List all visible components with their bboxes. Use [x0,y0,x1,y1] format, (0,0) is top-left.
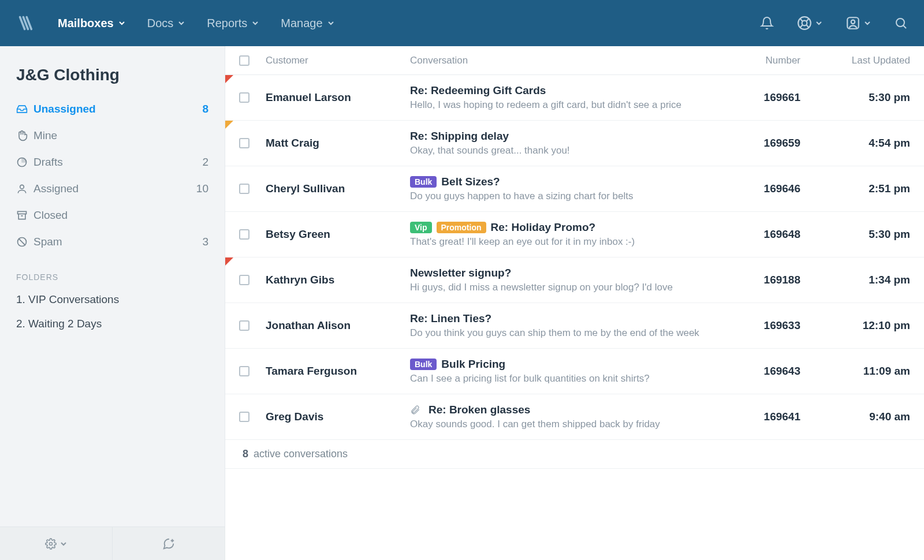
row-checkbox[interactable] [239,229,249,240]
sidebar-footer [0,527,225,560]
tag-vip: Vip [410,222,432,233]
mailbox-title: J&G Clothing [0,46,225,96]
app-logo[interactable] [16,13,36,33]
customer-name: Greg Davis [266,410,410,423]
conversation-number: 169643 [731,365,818,378]
sidebar-item-count: 8 [202,103,208,115]
svg-point-6 [20,185,24,189]
sidebar: J&G Clothing Unassigned8MineDrafts2Assig… [0,46,225,560]
person-icon [16,183,33,195]
nav-manage[interactable]: Manage [281,17,334,30]
customer-name: Kathryn Gibs [266,274,410,286]
sidebar-item-count: 10 [196,182,208,195]
row-checkbox[interactable] [239,412,249,422]
conversation-row[interactable]: Tamara Ferguson BulkBulk Pricing Can I s… [225,349,924,394]
folder-item[interactable]: 2. Waiting 2 Days [0,312,225,336]
conversation-subject: Re: Redeeming Gift Cards [410,84,546,97]
customer-name: Cheryl Sullivan [266,182,410,195]
sidebar-item-label: Mine [33,129,208,142]
attachment-icon [410,405,420,415]
sidebar-item-count: 3 [202,236,208,248]
conversation-preview: Do you guys happen to have a sizing char… [410,191,731,202]
conversation-subject: Re: Linen Ties? [410,312,491,325]
conversation-preview: Do you think you guys can ship them to m… [410,327,731,339]
conversation-row[interactable]: Betsy Green VipPromotionRe: Holiday Prom… [225,212,924,257]
conversation-updated: 9:40 am [818,410,910,423]
conversation-subject: Bulk Pricing [441,358,505,371]
row-checkbox[interactable] [239,138,249,148]
account-icon[interactable] [845,16,871,31]
help-icon[interactable] [797,16,822,31]
hand-icon [16,130,33,141]
priority-flag [225,75,233,83]
sidebar-item-count: 2 [202,156,208,169]
nav-right [760,16,908,31]
nav-reports[interactable]: Reports [207,17,259,30]
conversation-row[interactable]: Greg Davis Re: Broken glasses Okay sound… [225,394,924,440]
conversation-updated: 1:34 pm [818,274,910,286]
conversation-row[interactable]: Matt Craig Re: Shipping delay Okay, that… [225,121,924,166]
sidebar-item-drafts[interactable]: Drafts2 [7,149,218,176]
row-checkbox[interactable] [239,184,249,194]
search-icon[interactable] [894,16,908,30]
svg-point-1 [802,21,807,26]
conversation-updated: 5:30 pm [818,91,910,104]
folders-header: FOLDERS [0,255,225,288]
conversation-subject: Belt Sizes? [441,176,500,188]
nav-mailboxes[interactable]: Mailboxes [58,17,125,30]
conversation-preview: Hello, I was hoping to redeem a gift car… [410,99,731,111]
folder-item[interactable]: 1. VIP Conversations [0,288,225,312]
header-conversation[interactable]: Conversation [410,55,731,66]
conversation-number: 169641 [731,410,818,423]
conversation-preview: Hi guys, did I miss a newsletter signup … [410,282,731,293]
conversation-number: 169661 [731,91,818,104]
customer-name: Emanuel Larson [266,91,410,104]
conversation-number: 169188 [731,274,818,286]
conversation-row[interactable]: Jonathan Alison Re: Linen Ties? Do you t… [225,303,924,349]
conversation-row[interactable]: Kathryn Gibs Newsletter signup? Hi guys,… [225,257,924,303]
sidebar-item-label: Spam [33,236,202,248]
header-number[interactable]: Number [731,55,818,66]
row-checkbox[interactable] [239,92,249,103]
conversation-list: Customer Conversation Number Last Update… [225,46,924,560]
archive-icon [16,210,33,221]
sidebar-item-unassigned[interactable]: Unassigned8 [7,96,218,122]
select-all-checkbox[interactable] [239,55,249,66]
customer-name: Jonathan Alison [266,319,410,332]
conversation-row[interactable]: Cheryl Sullivan BulkBelt Sizes? Do you g… [225,166,924,212]
sidebar-item-label: Drafts [33,156,202,169]
new-conversation-button[interactable] [113,527,225,560]
sidebar-item-mine[interactable]: Mine [7,122,218,149]
conversation-preview: That's great! I'll keep an eye out for i… [410,236,731,248]
svg-point-3 [851,20,855,24]
sidebar-item-label: Assigned [33,182,196,195]
sidebar-item-spam[interactable]: Spam3 [7,229,218,255]
draft-icon [16,156,33,168]
header-customer[interactable]: Customer [266,55,410,66]
conversation-row[interactable]: Emanuel Larson Re: Redeeming Gift Cards … [225,75,924,121]
settings-button[interactable] [0,527,113,560]
tag-bulk: Bulk [410,359,437,370]
customer-name: Tamara Ferguson [266,365,410,378]
row-checkbox[interactable] [239,366,249,376]
row-checkbox[interactable] [239,320,249,331]
sidebar-item-closed[interactable]: Closed [7,202,218,229]
customer-name: Matt Craig [266,137,410,150]
conversation-preview: Okay sounds good. I can get them shipped… [410,419,731,430]
tag-promotion: Promotion [437,222,486,233]
table-header: Customer Conversation Number Last Update… [225,46,924,75]
sidebar-item-assigned[interactable]: Assigned10 [7,176,218,202]
sidebar-item-label: Closed [33,209,208,222]
svg-rect-7 [18,211,27,214]
header-updated[interactable]: Last Updated [818,55,910,66]
conversation-number: 169659 [731,137,818,150]
conversation-updated: 12:10 pm [818,319,910,332]
priority-flag [225,121,233,129]
row-checkbox[interactable] [239,275,249,285]
customer-name: Betsy Green [266,228,410,241]
conversation-preview: Okay, that sounds great... thank you! [410,145,731,156]
notifications-icon[interactable] [760,16,774,30]
block-icon [16,236,33,248]
nav-docs[interactable]: Docs [147,17,185,30]
conversation-number: 169646 [731,182,818,195]
